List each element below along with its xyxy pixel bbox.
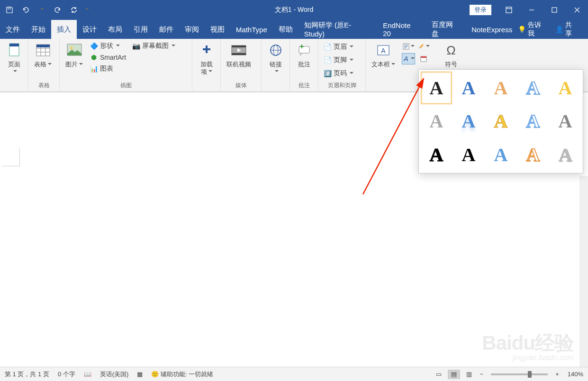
save-icon[interactable]	[2, 2, 17, 18]
undo-icon[interactable]	[18, 2, 33, 18]
maximize-icon[interactable]	[543, 3, 565, 17]
addin-icon	[198, 42, 215, 59]
status-wordcount[interactable]: 0 个字	[58, 370, 75, 379]
svg-rect-1	[506, 7, 512, 13]
tab-view[interactable]: 视图	[205, 20, 230, 39]
share-icon: 👤	[555, 26, 563, 33]
qat-customize-icon[interactable]	[82, 2, 91, 18]
comment-button[interactable]: 批注	[293, 41, 316, 69]
tab-endnote[interactable]: EndNote 20	[377, 20, 426, 39]
login-button[interactable]: 登录	[470, 5, 491, 15]
tab-layout[interactable]: 布局	[102, 20, 128, 39]
undo-dropdown-icon[interactable]	[34, 2, 49, 18]
status-proofing-icon[interactable]: 📖	[84, 371, 91, 378]
zoom-out-button[interactable]: −	[478, 371, 486, 378]
close-icon[interactable]	[566, 3, 588, 17]
share-button[interactable]: 👤共享	[555, 21, 579, 38]
wordart-style-13[interactable]: A	[485, 138, 516, 171]
status-macro-icon[interactable]: ▦	[137, 371, 143, 378]
tab-references[interactable]: 引用	[128, 20, 154, 39]
wordart-style-3[interactable]: A	[485, 72, 516, 104]
wordart-style-9[interactable]: A	[517, 105, 549, 138]
svg-rect-20	[421, 56, 426, 58]
svg-rect-4	[9, 44, 19, 46]
video-icon	[230, 42, 247, 59]
status-page[interactable]: 第 1 页，共 1 页	[5, 370, 49, 379]
tab-home[interactable]: 开始	[26, 20, 51, 39]
wordart-style-5[interactable]: A	[550, 72, 581, 104]
quick-parts-button[interactable]	[402, 41, 415, 52]
header-icon: 📄	[323, 43, 332, 51]
table-button[interactable]: 表格	[31, 41, 54, 69]
wordart-style-15[interactable]: A	[550, 138, 581, 171]
screenshot-button[interactable]: 📷屏幕截图	[130, 41, 177, 51]
addins-button[interactable]: 加载 项	[195, 41, 218, 76]
wordart-style-2[interactable]: A	[453, 72, 484, 104]
wordart-style-11[interactable]: A	[421, 138, 452, 171]
tab-design[interactable]: 设计	[77, 20, 102, 39]
minimize-icon[interactable]	[521, 3, 543, 17]
view-focus-icon[interactable]: ▭	[433, 370, 445, 379]
wordart-style-4[interactable]: A	[517, 72, 549, 104]
shapes-button[interactable]: 🔷形状	[88, 41, 128, 51]
wordart-style-7[interactable]: A	[453, 105, 484, 138]
tab-mathtype[interactable]: MathType	[230, 20, 273, 39]
view-print-icon[interactable]: ▤	[448, 370, 460, 379]
chart-button[interactable]: 📊图表	[88, 64, 128, 74]
wordart-button[interactable]: A	[402, 53, 415, 64]
signature-button[interactable]	[417, 41, 430, 52]
links-button[interactable]: 链接	[264, 41, 287, 76]
online-video-button[interactable]: 联机视频	[224, 41, 254, 69]
textbox-button[interactable]: A 文本框	[369, 41, 398, 69]
textbox-icon: A	[375, 42, 392, 59]
wordart-style-10[interactable]: A	[550, 105, 581, 138]
datetime-button[interactable]	[417, 53, 430, 64]
pictures-button[interactable]: 图片	[63, 41, 86, 69]
wordart-style-14[interactable]: A	[517, 138, 549, 171]
symbol-icon: Ω	[443, 42, 460, 59]
tab-baidudisk[interactable]: 百度网盘	[426, 20, 466, 39]
group-tables: 表格	[31, 81, 56, 91]
wordart-style-8[interactable]: A	[485, 105, 516, 138]
zoom-in-button[interactable]: +	[553, 371, 561, 378]
tab-noteexpress[interactable]: NoteExpress	[466, 20, 518, 39]
group-media: 媒体	[224, 81, 258, 91]
wordart-style-1[interactable]: A	[421, 72, 452, 104]
ribbon-display-icon[interactable]	[498, 3, 520, 17]
tab-help[interactable]: 帮助	[273, 20, 299, 39]
view-web-icon[interactable]: ▥	[463, 370, 475, 379]
svg-rect-6	[36, 45, 50, 47]
svg-point-8	[70, 46, 73, 49]
tab-review[interactable]: 审阅	[179, 20, 205, 39]
symbol-button[interactable]: Ω 符号	[440, 41, 462, 69]
svg-rect-11	[232, 53, 246, 55]
group-addins	[195, 89, 217, 91]
smartart-button[interactable]: ⬢SmartArt	[88, 52, 128, 63]
tab-mail[interactable]: 邮件	[154, 20, 179, 39]
svg-text:A: A	[403, 55, 408, 63]
pagenum-button[interactable]: #️⃣页码	[321, 68, 355, 79]
group-headerfooter: 页眉和页脚	[321, 81, 362, 91]
footer-icon: 📄	[323, 56, 332, 64]
window-title: 文档1 - Word	[275, 6, 313, 14]
shapes-icon: 🔷	[90, 42, 98, 50]
wordart-style-12[interactable]: A	[453, 138, 484, 171]
tab-insert[interactable]: 插入	[51, 20, 77, 39]
header-button[interactable]: 📄页眉	[321, 42, 355, 52]
scrollbar-vertical[interactable]	[579, 176, 588, 367]
wordart-style-6[interactable]: A	[421, 105, 452, 138]
tab-file[interactable]: 文件	[0, 20, 26, 39]
tab-cnki[interactable]: 知网研学 (原E-Study)	[299, 20, 377, 39]
group-links	[264, 89, 287, 91]
pages-button[interactable]: 页面	[3, 41, 26, 76]
status-language[interactable]: 英语(美国)	[100, 370, 129, 379]
redo-icon[interactable]	[50, 2, 65, 18]
zoom-slider[interactable]	[491, 373, 548, 375]
status-accessibility[interactable]: 🙂 辅助功能: 一切就绪	[151, 370, 213, 379]
tellme-button[interactable]: 💡告诉我	[518, 21, 548, 38]
footer-button[interactable]: 📄页脚	[321, 55, 355, 65]
wordart-gallery: A A A A A A A A A A A A A A A	[418, 69, 583, 173]
refresh-icon[interactable]	[66, 2, 81, 18]
zoom-level[interactable]: 140%	[568, 371, 583, 378]
svg-text:A: A	[381, 47, 386, 54]
